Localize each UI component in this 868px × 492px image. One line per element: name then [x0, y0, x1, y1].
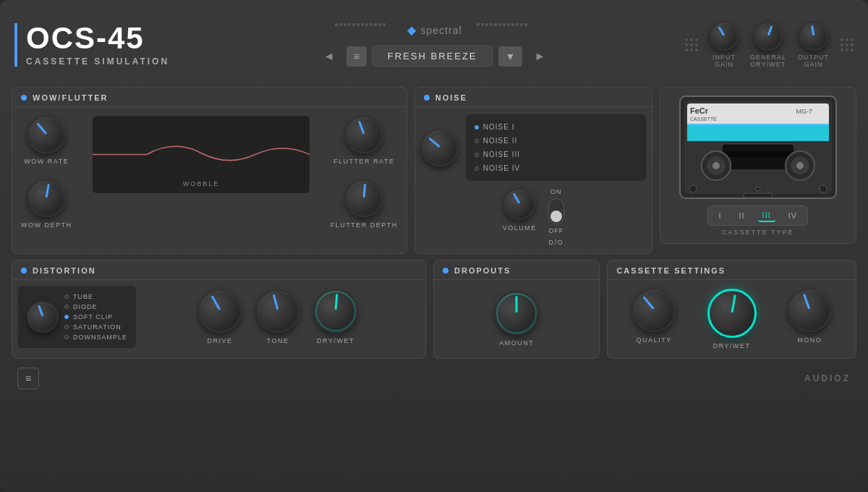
noise-volume-group: VOLUME [503, 188, 537, 232]
output-gain-knob[interactable] [799, 22, 828, 51]
header: OCS-45 CASSETTE SIMULATION ◆ spectral [9, 9, 859, 81]
drive-knob[interactable] [198, 289, 242, 333]
do-label: D/O [548, 239, 563, 246]
dist-option-softclip[interactable]: SOFT CLIP [64, 313, 127, 321]
svg-point-17 [796, 162, 804, 169]
noise-radio-4 [475, 166, 479, 171]
noise-volume-label: VOLUME [503, 224, 537, 232]
svg-rect-4 [687, 124, 829, 125]
dist-option-saturation[interactable]: SATURATION [64, 323, 127, 331]
svg-point-14 [712, 162, 720, 169]
wow-flutter-panel: WOW/FLUTTER WOW RATE WOW DEPT [12, 87, 407, 254]
noise-type-knob[interactable] [421, 129, 459, 166]
input-gain-knob[interactable] [710, 22, 739, 51]
noise-radio-1 [475, 125, 479, 130]
dist-drywet-group: DRY/WET [314, 289, 357, 344]
noise-option-3[interactable]: NOISE III [475, 148, 637, 161]
tone-knob[interactable] [256, 289, 299, 333]
svg-text:CASSETTE: CASSETTE [690, 116, 717, 122]
cassette-display: FeCr CASSETTE MG-7 [660, 87, 856, 244]
noise-panel: NOISE NOISE I NOISE II [414, 87, 652, 254]
flutter-depth-label: FLUTTER DEPTH [331, 221, 398, 229]
output-gain-label: OUTPUTGAIN [798, 54, 829, 68]
app-subtitle: CASSETTE SIMULATION [26, 56, 169, 67]
cassette-type-btn-IV[interactable]: IV [784, 210, 801, 221]
svg-rect-3 [687, 124, 829, 141]
wow-depth-knob[interactable] [27, 179, 65, 217]
wow-rate-knob[interactable] [27, 116, 65, 153]
dist-radio-diode [64, 305, 69, 309]
bottom-bar: ≡ AUDIOZ [9, 362, 859, 392]
input-gain-label: INPUTGAIN [712, 54, 736, 68]
preset-prev-button[interactable]: ◄ [318, 47, 341, 66]
wow-rate-group: WOW RATE [24, 116, 69, 165]
spectral-icon: ◆ [407, 23, 417, 37]
quality-label: QUALITY [637, 336, 672, 344]
dist-radio-softclip [64, 315, 69, 319]
noise-radio-2 [475, 139, 479, 143]
settings-drywet-label: DRY/WET [713, 342, 751, 349]
preset-bar: ◄ ≡ FRESH BREEZE ▼ ► [318, 46, 551, 67]
spectral-brand: ◆ spectral [407, 23, 462, 37]
menu-button[interactable]: ≡ [17, 368, 39, 389]
dist-option-diode[interactable]: DIODE [64, 303, 127, 310]
drive-group: DRIVE [198, 289, 242, 344]
off-label: OFF [548, 227, 563, 234]
tone-group: TONE [256, 289, 299, 344]
distortion-header: DISTORTION [12, 260, 425, 280]
distortion-selector-knob[interactable] [27, 301, 59, 333]
cassette-type-label: CASSETTE TYPE [722, 229, 793, 236]
quality-knob[interactable] [632, 289, 676, 332]
noise-option-1[interactable]: NOISE I [475, 120, 637, 134]
svg-text:FeCr: FeCr [690, 106, 709, 115]
settings-drywet-group: DRY/WET [707, 289, 757, 349]
header-center: ◆ spectral ◄ ≡ FRESH BREEZE ▼ ► [184, 23, 685, 67]
cassette-settings-title: CASSETTE SETTINGS [616, 266, 726, 275]
dropouts-amount-knob[interactable] [495, 292, 538, 335]
dist-option-downsample[interactable]: DOWNSAMPLE [64, 334, 127, 341]
flutter-depth-knob[interactable] [345, 179, 383, 217]
distortion-title: DISTORTION [33, 266, 96, 275]
noise-option-4[interactable]: NOISE IV [475, 161, 637, 175]
top-right-knobs: INPUTGAIN GENERALDRY/WET OUTPUTGAIN [685, 22, 854, 68]
settings-content: QUALITY DRY/WET MONO [608, 280, 856, 358]
dist-option-tube[interactable]: TUBE [64, 293, 127, 300]
dist-drywet-label: DRY/WET [317, 337, 354, 344]
cassette-type-btn-III[interactable]: III [758, 209, 775, 222]
noise-option-2[interactable]: NOISE II [475, 134, 637, 148]
dropouts-panel: DROPOUTS AMOUNT [433, 260, 600, 359]
noise-radio-3 [475, 153, 479, 157]
wow-rate-label: WOW RATE [24, 158, 69, 165]
on-label: ON [550, 188, 562, 195]
preset-file-button[interactable]: ≡ [346, 46, 367, 67]
mono-label: MONO [797, 336, 822, 344]
distortion-indicator [21, 268, 27, 273]
dropouts-header: DROPOUTS [434, 260, 599, 280]
preset-dropdown-button[interactable]: ▼ [498, 46, 523, 67]
general-drywet-knob[interactable] [754, 22, 783, 51]
flutter-depth-group: FLUTTER DEPTH [331, 179, 398, 229]
wobble-display: WOBBLE [93, 116, 310, 193]
quality-group: QUALITY [632, 289, 676, 344]
settings-drywet-knob[interactable] [707, 289, 757, 338]
cassette-type-btn-II[interactable]: II [734, 210, 749, 221]
svg-text:MG-7: MG-7 [796, 108, 812, 115]
flutter-rate-knob[interactable] [345, 116, 383, 153]
menu-icon: ≡ [25, 373, 31, 384]
right-panel: FeCr CASSETTE MG-7 [660, 87, 856, 254]
wow-flutter-indicator [21, 95, 27, 101]
noise-volume-knob[interactable] [503, 188, 535, 220]
wow-depth-group: WOW DEPTH [21, 179, 72, 229]
cassette-settings-panel: CASSETTE SETTINGS QUALITY DRY/WET [607, 260, 856, 359]
wow-depth-label: WOW DEPTH [21, 221, 72, 229]
preset-next-button[interactable]: ► [528, 47, 551, 66]
preset-name: FRESH BREEZE [373, 46, 493, 67]
output-gain-group: OUTPUTGAIN [798, 22, 829, 68]
dots-right [841, 38, 854, 51]
cassette-type-btn-I[interactable]: I [714, 210, 726, 221]
spectral-label: spectral [421, 25, 462, 36]
do-toggle[interactable] [548, 198, 564, 224]
dist-radio-tube [64, 294, 69, 299]
dist-drywet-knob[interactable] [314, 289, 357, 333]
mono-knob[interactable] [788, 289, 831, 332]
